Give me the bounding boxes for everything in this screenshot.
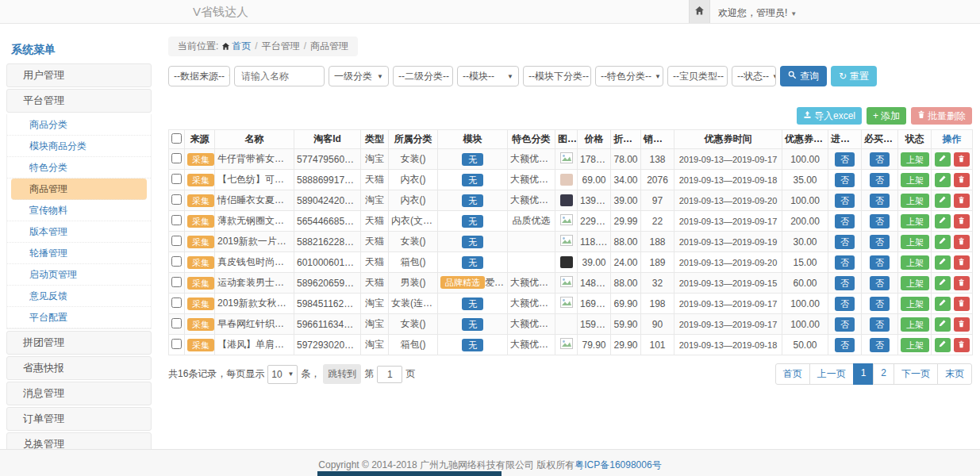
must-buy-button[interactable]: 否	[870, 152, 890, 167]
must-buy-button[interactable]: 否	[870, 255, 890, 270]
module-select[interactable]: --模块--▼	[457, 66, 519, 86]
import-optimal-button[interactable]: 否	[835, 152, 855, 167]
page-number-button[interactable]: 1	[853, 363, 874, 385]
add-button[interactable]: +添加	[867, 107, 906, 125]
must-buy-button[interactable]: 否	[870, 194, 890, 208]
sidebar-subitem[interactable]: 轮播管理	[7, 243, 151, 264]
edit-button[interactable]	[935, 235, 951, 249]
sidebar-subitem[interactable]: 意见反馈	[7, 286, 151, 307]
level1-category-select[interactable]: 一级分类▼	[329, 66, 389, 86]
edit-button[interactable]	[935, 255, 951, 270]
edit-button[interactable]	[935, 276, 951, 290]
row-checkbox[interactable]	[171, 318, 182, 328]
import-optimal-button[interactable]: 否	[835, 194, 855, 208]
search-button[interactable]: 查询	[780, 66, 827, 86]
sidebar-item[interactable]: 拼团管理	[6, 331, 152, 355]
batch-delete-button[interactable]: 批量删除	[911, 107, 972, 125]
sidebar-subitem[interactable]: 平台配置	[7, 307, 151, 328]
delete-button[interactable]	[954, 317, 970, 332]
must-buy-button[interactable]: 否	[870, 214, 890, 228]
row-checkbox[interactable]	[171, 236, 182, 246]
breadcrumb-home-link[interactable]: 首页	[232, 40, 251, 52]
import-optimal-button[interactable]: 否	[835, 297, 855, 311]
status-button[interactable]: 上架	[901, 194, 929, 208]
import-optimal-button[interactable]: 否	[835, 214, 855, 228]
status-button[interactable]: 上架	[901, 317, 929, 332]
edit-button[interactable]	[935, 194, 951, 208]
jump-to-button[interactable]: 跳转到	[323, 364, 361, 384]
row-checkbox[interactable]	[171, 153, 182, 163]
edit-button[interactable]	[935, 173, 951, 187]
prev-page-button[interactable]: 上一页	[809, 363, 854, 385]
import-optimal-button[interactable]: 否	[835, 317, 855, 332]
status-button[interactable]: 上架	[901, 214, 929, 228]
must-buy-button[interactable]: 否	[870, 297, 890, 311]
last-page-button[interactable]: 末页	[937, 363, 972, 385]
next-page-button[interactable]: 下一页	[894, 363, 938, 385]
home-button[interactable]	[689, 0, 710, 23]
edit-button[interactable]	[935, 214, 951, 228]
status-button[interactable]: 上架	[901, 297, 929, 311]
sidebar-subitem[interactable]: 模块商品分类	[7, 136, 151, 157]
import-optimal-button[interactable]: 否	[835, 338, 855, 352]
first-page-button[interactable]: 首页	[775, 363, 810, 385]
row-checkbox[interactable]	[171, 174, 182, 184]
reset-button[interactable]: ↻重置	[831, 66, 877, 86]
import-optimal-button[interactable]: 否	[835, 255, 855, 270]
item-type-select[interactable]: --宝贝类型--▼	[667, 66, 728, 86]
must-buy-button[interactable]: 否	[870, 317, 890, 332]
delete-button[interactable]	[954, 152, 970, 167]
sidebar-item[interactable]: 订单管理	[6, 407, 152, 431]
status-button[interactable]: 上架	[901, 276, 929, 290]
row-checkbox[interactable]	[171, 339, 182, 349]
sidebar-subitem[interactable]: 宣传物料	[7, 200, 151, 221]
select-all-checkbox[interactable]	[171, 133, 182, 144]
sidebar-item[interactable]: 消息管理	[6, 382, 152, 405]
must-buy-button[interactable]: 否	[870, 235, 890, 249]
delete-button[interactable]	[954, 338, 970, 352]
page-number-input[interactable]	[377, 366, 402, 383]
import-optimal-button[interactable]: 否	[835, 235, 855, 249]
module-sub-category-select[interactable]: --模块下分类--▼	[523, 66, 591, 86]
name-search-input[interactable]	[234, 66, 325, 86]
delete-button[interactable]	[954, 194, 970, 208]
edit-button[interactable]	[935, 317, 951, 332]
delete-button[interactable]	[954, 276, 970, 290]
sidebar-subitem[interactable]: 启动页管理	[7, 264, 151, 286]
status-button[interactable]: 上架	[901, 173, 929, 187]
sidebar-item-user-mgmt[interactable]: 用户管理	[6, 63, 152, 87]
edit-button[interactable]	[935, 338, 951, 352]
edit-button[interactable]	[935, 152, 951, 167]
page-number-button[interactable]: 2	[873, 363, 894, 385]
row-checkbox[interactable]	[171, 298, 182, 308]
delete-button[interactable]	[954, 173, 970, 187]
per-page-select[interactable]: 10▼	[267, 365, 298, 384]
status-select[interactable]: --状态--▼	[732, 66, 776, 86]
delete-button[interactable]	[954, 214, 970, 228]
must-buy-button[interactable]: 否	[870, 173, 890, 187]
sidebar-item[interactable]: 省惠快报	[6, 356, 152, 380]
must-buy-button[interactable]: 否	[870, 276, 890, 290]
import-optimal-button[interactable]: 否	[835, 276, 855, 290]
status-button[interactable]: 上架	[901, 255, 929, 270]
level2-category-select[interactable]: --二级分类--▼	[393, 66, 453, 86]
user-menu[interactable]: 欢迎您，管理员!▼	[718, 6, 797, 20]
delete-button[interactable]	[954, 255, 970, 270]
status-button[interactable]: 上架	[901, 152, 929, 167]
row-checkbox[interactable]	[171, 194, 182, 205]
row-checkbox[interactable]	[171, 215, 182, 225]
must-buy-button[interactable]: 否	[870, 338, 890, 352]
sidebar-subitem[interactable]: 特色分类	[7, 157, 151, 178]
sidebar-subitem[interactable]: 商品分类	[7, 114, 151, 136]
sidebar-subitem[interactable]: 商品管理	[11, 178, 147, 200]
sidebar-item-platform-mgmt[interactable]: 平台管理	[6, 89, 152, 113]
sidebar-subitem[interactable]: 版本管理	[7, 221, 151, 243]
row-checkbox[interactable]	[171, 277, 182, 287]
feature-category-select[interactable]: --特色分类--▼	[595, 66, 663, 86]
import-optimal-button[interactable]: 否	[835, 173, 855, 187]
delete-button[interactable]	[954, 235, 970, 249]
row-checkbox[interactable]	[171, 256, 182, 267]
delete-button[interactable]	[954, 297, 970, 311]
data-source-select[interactable]: --数据来源--▼	[168, 66, 230, 86]
import-excel-button[interactable]: 导入excel	[797, 107, 862, 125]
